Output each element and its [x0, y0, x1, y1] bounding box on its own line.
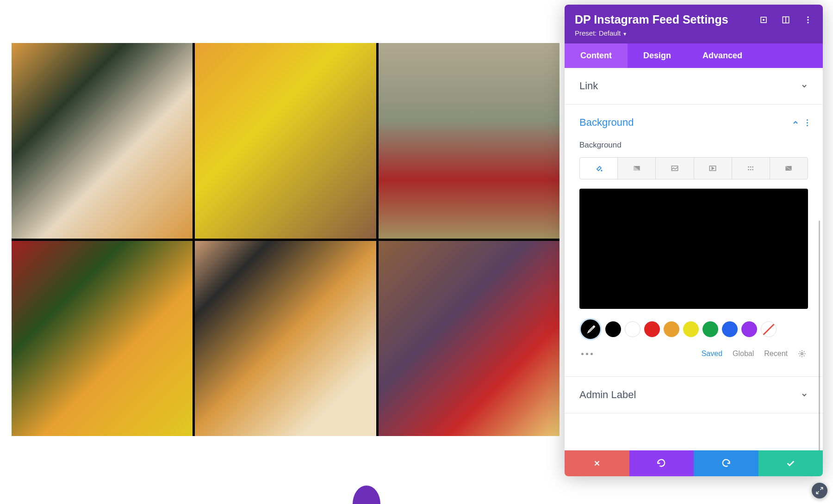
save-button[interactable]: [758, 450, 823, 476]
swatch-red[interactable]: [644, 321, 660, 337]
panel-body: Link Background Background: [565, 68, 823, 450]
settings-panel: DP Instagram Feed Settings Preset: Defau…: [565, 5, 823, 476]
gradient-icon: [632, 164, 641, 173]
snap-icon[interactable]: [781, 15, 790, 25]
svg-rect-11: [748, 166, 749, 168]
expand-icon[interactable]: [759, 15, 768, 25]
svg-line-21: [821, 487, 823, 490]
chevron-up-icon: [792, 119, 799, 126]
swatch-none[interactable]: [761, 321, 777, 337]
bg-tab-mask[interactable]: [770, 157, 808, 179]
swatch-purple[interactable]: [741, 321, 757, 337]
chevron-down-icon: [801, 391, 808, 399]
add-module-button[interactable]: [353, 486, 380, 504]
image-icon: [670, 164, 679, 173]
color-preview[interactable]: [579, 189, 808, 309]
close-button[interactable]: [565, 450, 629, 476]
feed-image[interactable]: [195, 241, 376, 436]
swatch-blue[interactable]: [722, 321, 738, 337]
svg-rect-12: [750, 166, 752, 168]
svg-point-1: [763, 19, 765, 20]
instagram-feed-grid: [12, 43, 559, 436]
bg-tab-video[interactable]: [694, 157, 732, 179]
svg-rect-14: [748, 169, 749, 171]
svg-point-5: [807, 19, 808, 20]
background-type-tabs: [579, 157, 808, 179]
svg-line-22: [816, 492, 819, 494]
preset-selector[interactable]: Preset: Default▼: [575, 29, 813, 37]
color-tab-saved[interactable]: Saved: [702, 350, 722, 358]
paint-icon: [594, 164, 603, 173]
color-tab-recent[interactable]: Recent: [764, 350, 788, 358]
panel-header: DP Instagram Feed Settings Preset: Defau…: [565, 5, 823, 43]
svg-rect-13: [752, 166, 754, 168]
check-icon: [785, 458, 796, 468]
redo-button[interactable]: [694, 450, 758, 476]
svg-rect-15: [750, 169, 752, 171]
redo-icon: [721, 458, 731, 468]
feed-image[interactable]: [379, 241, 559, 436]
color-tab-global[interactable]: Global: [733, 350, 754, 358]
bg-tab-color[interactable]: [579, 157, 618, 179]
feed-image[interactable]: [379, 43, 559, 239]
resize-handle[interactable]: [812, 483, 827, 498]
swatch-black[interactable]: [605, 321, 621, 337]
svg-point-18: [801, 353, 803, 355]
bg-tab-gradient[interactable]: [617, 157, 656, 179]
background-label: Background: [579, 141, 808, 150]
color-picker-button[interactable]: [579, 318, 602, 340]
section-admin-label-toggle[interactable]: Admin Label: [565, 377, 823, 413]
svg-rect-16: [752, 169, 754, 171]
svg-point-4: [807, 16, 808, 18]
tab-advanced[interactable]: Advanced: [687, 43, 758, 68]
close-icon: [593, 459, 601, 467]
swatch-yellow[interactable]: [683, 321, 699, 337]
color-swatches: [579, 318, 808, 340]
eyedropper-icon: [585, 324, 596, 334]
feed-image[interactable]: [195, 43, 376, 239]
chevron-down-icon: [801, 82, 808, 90]
video-icon: [708, 164, 717, 173]
swatch-white[interactable]: [625, 321, 640, 337]
caret-down-icon: ▼: [622, 31, 627, 37]
panel-tabs: Content Design Advanced: [565, 43, 823, 68]
swatch-green[interactable]: [702, 321, 718, 337]
panel-title: DP Instagram Feed Settings: [575, 13, 728, 26]
undo-icon: [656, 458, 666, 468]
tab-content[interactable]: Content: [565, 43, 628, 68]
more-icon[interactable]: [803, 15, 813, 25]
bg-tab-image[interactable]: [655, 157, 694, 179]
scrollbar[interactable]: [819, 221, 820, 450]
swatch-orange[interactable]: [664, 321, 679, 337]
feed-image[interactable]: [12, 43, 193, 239]
svg-marker-10: [712, 167, 714, 170]
gear-icon[interactable]: [798, 350, 806, 358]
feed-image[interactable]: [12, 241, 193, 436]
pattern-icon: [746, 164, 755, 173]
mask-icon: [784, 164, 793, 173]
undo-button[interactable]: [629, 450, 694, 476]
section-link-toggle[interactable]: Link: [565, 68, 823, 104]
panel-footer: [565, 450, 823, 476]
more-swatches-icon[interactable]: [581, 353, 593, 355]
section-more-icon[interactable]: [807, 119, 808, 126]
resize-icon: [815, 486, 824, 495]
svg-point-6: [807, 22, 808, 23]
section-background-toggle[interactable]: Background: [565, 104, 823, 141]
tab-design[interactable]: Design: [628, 43, 687, 68]
bg-tab-pattern[interactable]: [732, 157, 770, 179]
